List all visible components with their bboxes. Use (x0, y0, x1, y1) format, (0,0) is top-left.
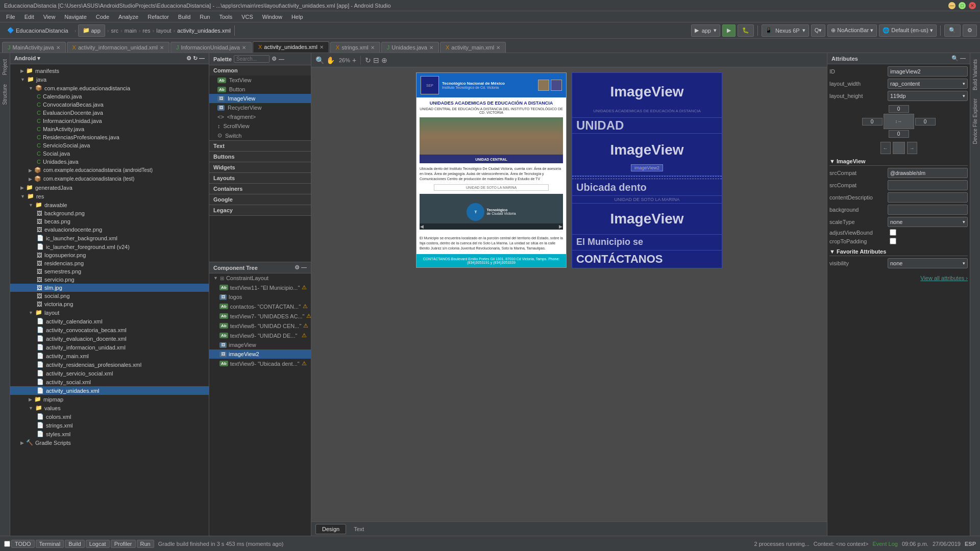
attr-id-value[interactable]: imageView2 (888, 66, 968, 77)
menu-edit[interactable]: Edit (20, 13, 38, 21)
tree-strings[interactable]: 📄 strings.xml (10, 421, 209, 430)
tab-close[interactable]: ✕ (242, 45, 246, 51)
palette-item-button[interactable]: Ab Button (209, 85, 311, 94)
tree-evaluacion[interactable]: C EvaluacionDocente.java (10, 109, 209, 117)
tree-activity-main[interactable]: 📄 activity_main.xml (10, 352, 209, 360)
tree-values[interactable]: ▼ 📁 values (10, 404, 209, 412)
tree-infounidad[interactable]: C InformacionUnidad.java (10, 117, 209, 125)
settings-btn[interactable]: ⚙ (963, 24, 977, 37)
tab-activity-main[interactable]: X activity_main.xml ✕ (440, 42, 506, 53)
tree-package-androidtest[interactable]: ▶ 📦 com.example.educacionadistancia (and… (10, 166, 209, 174)
tree-activity-infounidad[interactable]: 📄 activity_informacion_unidad.xml (10, 343, 209, 352)
tab-close[interactable]: ✕ (496, 45, 500, 51)
tab-text[interactable]: Text (347, 524, 371, 534)
component-tree-imageview[interactable]: 🖼 imageView (209, 340, 311, 349)
event-log-btn[interactable]: Event Log (872, 541, 898, 547)
maximize-button[interactable]: □ (959, 2, 966, 9)
project-side-tab[interactable]: Project (1, 55, 9, 79)
constraint-right-btn[interactable]: → (907, 142, 917, 154)
tree-servicio-png[interactable]: 🖼 servicio.png (10, 276, 209, 284)
tree-residencias-png[interactable]: 🖼 residencias.png (10, 259, 209, 267)
tab-close[interactable]: ✕ (160, 45, 164, 51)
menu-help[interactable]: Help (287, 13, 307, 21)
palette-section-header-text[interactable]: Text (209, 141, 311, 151)
tree-ic-bg[interactable]: 📄 ic_launcher_background.xml (10, 234, 209, 242)
palette-item-fragment[interactable]: <> <fragment> (209, 112, 311, 121)
attr-background-value[interactable] (888, 205, 968, 215)
structure-side-tab[interactable]: Structure (1, 80, 9, 109)
tree-servicio[interactable]: C ServicioSocial.java (10, 141, 209, 149)
palette-settings-icon[interactable]: ⚙ (272, 56, 277, 62)
tree-styles[interactable]: 📄 styles.xml (10, 430, 209, 438)
tree-colors[interactable]: 📄 colors.xml (10, 412, 209, 421)
todo-checkbox[interactable] (4, 541, 10, 547)
canvas-constraint-icon[interactable]: ⊕ (381, 56, 387, 64)
menu-run[interactable]: Run (195, 13, 214, 21)
component-tree-constraintlayout[interactable]: ▼ ⊞ ConstraintLayout (209, 273, 311, 283)
component-tree-textview9[interactable]: Ab textView9- "UNIDAD DE..." ⚠ (209, 331, 311, 340)
attr-srccompat2-value[interactable] (888, 180, 968, 190)
api-dropdown[interactable]: Q▾ (811, 24, 826, 37)
theme-dropdown[interactable]: ⊕ NoActionBar ▾ (827, 24, 877, 37)
menu-tools[interactable]: Tools (215, 13, 236, 21)
tree-generatedjava[interactable]: ▶ 📁 generatedJava (10, 183, 209, 192)
tree-drawable[interactable]: ▼ 📁 drawable (10, 201, 209, 209)
search-btn[interactable]: 🔍 (944, 24, 961, 37)
tree-mipmap[interactable]: ▶ 📁 mipmap (10, 395, 209, 404)
tree-java[interactable]: ▼ 📁 java (10, 75, 209, 84)
tab-mainactivity[interactable]: J MainActivity.java ✕ (2, 42, 66, 53)
tree-semestres[interactable]: 🖼 semestres.png (10, 267, 209, 276)
tree-background[interactable]: 🖼 background.png (10, 209, 209, 217)
logcat-button[interactable]: Logcat (86, 540, 110, 548)
tree-package-main[interactable]: ▼ 📦 com.example.educacionadistancia (10, 84, 209, 92)
tree-becas[interactable]: 🖼 becas.png (10, 217, 209, 226)
attr-croptop-checkbox[interactable] (890, 238, 896, 244)
build-variant-tab[interactable]: Build Variants (971, 55, 979, 94)
palette-section-header-layouts[interactable]: Layouts (209, 173, 311, 183)
tree-activity-res[interactable]: 📄 activity_residencias_profesionales.xml (10, 360, 209, 369)
margin-bottom-input[interactable] (889, 130, 909, 138)
view-all-attributes-link[interactable]: View all attributes › (920, 275, 968, 281)
tab-activity-unidades[interactable]: X activity_unidades.xml ✕ (253, 41, 329, 53)
attr-width-value[interactable]: rap_content▾ (888, 79, 968, 89)
menu-window[interactable]: Window (258, 13, 286, 21)
component-tree-settings-icon[interactable]: ⚙ (295, 264, 300, 271)
tree-mainactivity[interactable]: C MainActivity.java (10, 125, 209, 133)
device-dropdown[interactable]: 📱Nexus 6P▾ (762, 24, 809, 37)
tree-social[interactable]: C Social.java (10, 149, 209, 158)
tab-close[interactable]: ✕ (320, 44, 324, 50)
tree-package-test[interactable]: ▶ 📦 com.example.educacionadistancia (tes… (10, 174, 209, 183)
tree-ic-fg[interactable]: 📄 ic_launcher_foreground.xml (v24) (10, 242, 209, 251)
attr-scaletype-value[interactable]: none▾ (888, 217, 968, 227)
component-tree-close-icon[interactable]: — (301, 264, 307, 271)
tree-calendario[interactable]: C Calendario.java (10, 92, 209, 101)
palette-item-scrollview[interactable]: ↕ ScrollView (209, 121, 311, 131)
component-tree-textview7[interactable]: Ab textView7- "UNIDADES AC..." ⚠ (209, 311, 311, 321)
zoom-plus-icon[interactable]: + (352, 56, 356, 64)
margin-top-input[interactable] (889, 105, 909, 113)
menu-vcs[interactable]: VCS (237, 13, 257, 21)
tree-logosuperior[interactable]: 🖼 logosuperior.png (10, 251, 209, 259)
terminal-button[interactable]: Terminal (36, 540, 64, 548)
attributes-close-icon[interactable]: — (960, 55, 966, 62)
component-tree-imageview2[interactable]: 🖼 imageView2 (209, 349, 311, 359)
tree-activity-convocatoria[interactable]: 📄 activity_convocatoria_becas.xml (10, 325, 209, 334)
tree-convocatoria[interactable]: C ConvocatoriaBecas.java (10, 101, 209, 109)
palette-section-header-legacy[interactable]: Legacy (209, 205, 311, 215)
tree-activity-servicio[interactable]: 📄 activity_servicio_social.xml (10, 369, 209, 378)
module-btn[interactable]: 📁app (78, 24, 105, 37)
tab-infounidad-java[interactable]: J InformacionUnidad.java ✕ (170, 42, 252, 53)
tree-gradle[interactable]: ▶ 🔨 Gradle Scripts (10, 438, 209, 447)
project-collapse-icon[interactable]: — (199, 55, 205, 62)
tree-layout-folder[interactable]: ▼ 📁 layout (10, 308, 209, 317)
palette-section-header-common[interactable]: Common (209, 65, 311, 76)
tab-strings[interactable]: X strings.xml ✕ (330, 42, 380, 53)
run-status-button[interactable]: Run (137, 540, 154, 548)
canvas-refresh-icon[interactable]: ↻ (365, 56, 371, 64)
palette-item-textview[interactable]: Ab TextView (209, 76, 311, 85)
tree-social-png[interactable]: 🖼 social.png (10, 292, 209, 300)
tab-design[interactable]: Design (315, 524, 346, 534)
attr-contentdesc-value[interactable] (888, 192, 968, 203)
menu-navigate[interactable]: Navigate (60, 13, 90, 21)
debug-button[interactable]: 🐛 (738, 24, 754, 37)
